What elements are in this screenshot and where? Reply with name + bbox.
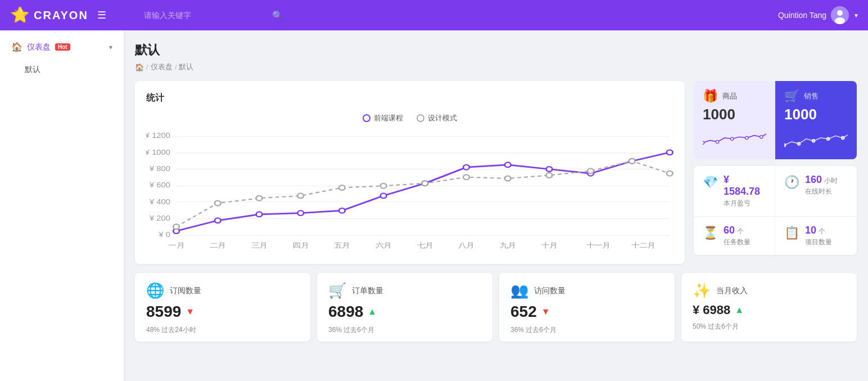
breadcrumb-sep-1: /: [146, 63, 148, 71]
svg-point-28: [505, 162, 511, 167]
bottom-card-title-visits: 访问数量: [534, 286, 566, 296]
svg-point-40: [463, 174, 469, 180]
visits-number: 652: [510, 303, 537, 321]
bottom-card-header-visits: 👥 访问数量: [510, 282, 663, 299]
user-area[interactable]: Quintion Tang ▼: [778, 6, 859, 24]
stat-amount-tasks: 60: [724, 225, 735, 236]
svg-point-27: [463, 165, 469, 170]
svg-text:¥ 1200: ¥ 1200: [146, 132, 170, 140]
svg-point-61: [745, 136, 748, 139]
page-title: 默认: [135, 42, 857, 59]
svg-text:八月: 八月: [458, 241, 474, 249]
legend-item-design: 设计模式: [417, 113, 457, 123]
content-area: 默认 🏠 / 仪表盘 / 默认 统计 前端课程 设计模式: [124, 30, 868, 381]
svg-point-35: [256, 196, 263, 201]
chart-svg: ¥ 1200 ¥ 1000 ¥ 800 ¥ 600 ¥ 400 ¥ 200 ¥ …: [146, 129, 673, 253]
bottom-card-value-subscriptions: 8599 ▼: [146, 303, 299, 321]
hot-badge: Hot: [55, 43, 70, 51]
svg-point-32: [667, 150, 673, 155]
svg-point-29: [546, 167, 553, 172]
sidebar-item-default[interactable]: 默认: [0, 59, 124, 80]
subscriptions-footer: 48% 过去24小时: [146, 325, 299, 335]
logo-icon: ⭐: [9, 5, 29, 25]
right-panel: 🎁 商品 1000: [694, 81, 857, 264]
stat-text-online: 160 小时 在线时长: [805, 174, 838, 196]
sidebar-expand-icon[interactable]: ▾: [109, 43, 112, 51]
sales-mini-chart: [784, 127, 848, 151]
svg-point-38: [381, 183, 387, 189]
svg-text:七月: 七月: [417, 241, 433, 249]
search-button[interactable]: 🔍: [272, 10, 283, 21]
svg-point-59: [716, 140, 718, 143]
home-icon: 🏠: [11, 42, 22, 52]
stat-value-row-online: 160 小时: [805, 174, 838, 186]
svg-point-58: [703, 141, 704, 144]
cart-icon: 🛒: [328, 282, 346, 299]
svg-point-64: [797, 142, 800, 145]
stat-item-online: 🕐 160 小时 在线时长: [775, 166, 857, 217]
svg-point-41: [505, 176, 511, 181]
search-input[interactable]: [144, 11, 268, 20]
bottom-row: 🌐 订阅数量 8599 ▼ 48% 过去24小时 🛒 订单数量 6898 ▲: [135, 273, 857, 342]
svg-text:九月: 九月: [500, 241, 516, 249]
stats-grid: 💎 ¥ 1584.78 本月盈亏 🕐 160: [694, 166, 857, 255]
sales-value: 1000: [784, 106, 848, 123]
bottom-card-title-revenue: 当月收入: [716, 286, 748, 296]
stat-value-row-profit: ¥ 1584.78: [724, 174, 766, 198]
stat-amount-projects: 10: [805, 225, 816, 236]
orders-number: 6898: [328, 303, 363, 321]
stat-label-projects: 项目数量: [805, 237, 832, 247]
breadcrumb-dashboard[interactable]: 仪表盘: [151, 62, 173, 72]
stat-amount-online: 160: [805, 174, 822, 186]
bottom-card-header-revenue: ✨ 当月收入: [693, 282, 846, 299]
svg-text:⭐: ⭐: [11, 6, 29, 24]
bottom-card-subscriptions: 🌐 订阅数量 8599 ▼ 48% 过去24小时: [135, 273, 310, 342]
globe-icon: 🌐: [146, 282, 164, 299]
svg-text:十一月: 十一月: [586, 241, 611, 249]
revenue-footer: 50% 过去6个月: [693, 322, 846, 331]
visits-trend-icon: ▼: [541, 307, 550, 317]
sparkle-icon: ✨: [693, 282, 711, 299]
stat-item-profit: 💎 ¥ 1584.78 本月盈亏: [694, 166, 775, 217]
product-label: 商品: [722, 91, 737, 101]
avatar: [831, 6, 849, 24]
svg-text:¥ 400: ¥ 400: [149, 198, 170, 205]
revenue-number: ¥ 6988: [693, 303, 730, 317]
sidebar-item-dashboard[interactable]: 🏠 仪表盘 Hot ▾: [0, 35, 124, 59]
stat-label-online: 在线时长: [805, 187, 838, 196]
breadcrumb: 🏠 / 仪表盘 / 默认: [135, 62, 857, 72]
diamond-icon: 💎: [703, 175, 718, 190]
stats-chart-card: 统计 前端课程 设计模式 ¥ 1200 ¥ 1000: [135, 81, 685, 264]
menu-toggle-button[interactable]: ☰: [97, 9, 106, 21]
svg-point-42: [546, 173, 553, 178]
sales-label: 销售: [804, 91, 819, 101]
svg-text:五月: 五月: [334, 241, 350, 249]
visits-footer: 36% 过去6个月: [510, 325, 663, 335]
chart-legend: 前端课程 设计模式: [146, 113, 673, 123]
svg-text:¥ 1000: ¥ 1000: [146, 149, 170, 156]
svg-text:一月: 一月: [168, 241, 184, 249]
product-value: 1000: [703, 106, 766, 123]
orders-trend-icon: ▲: [368, 307, 377, 317]
svg-text:三月: 三月: [251, 241, 267, 249]
product-card: 🎁 商品 1000: [694, 81, 775, 159]
svg-text:¥ 0: ¥ 0: [158, 231, 170, 239]
user-dropdown-arrow[interactable]: ▼: [853, 12, 859, 19]
product-mini-chart: [703, 127, 766, 151]
svg-text:¥ 600: ¥ 600: [149, 182, 170, 189]
stat-value-row-tasks: 60 个: [724, 225, 751, 236]
sales-card: 🛒 销售 1000: [775, 81, 857, 159]
svg-point-63: [784, 144, 786, 146]
clock-icon: 🕐: [784, 175, 799, 190]
legend-label-design: 设计模式: [428, 113, 457, 123]
metric-cards: 🎁 商品 1000: [694, 81, 857, 159]
svg-point-33: [173, 224, 179, 229]
breadcrumb-home[interactable]: 🏠: [135, 63, 144, 71]
bottom-card-header-orders: 🛒 订单数量: [328, 282, 481, 299]
svg-point-67: [842, 136, 844, 139]
bottom-card-title-orders: 订单数量: [352, 286, 383, 296]
search-area: 🔍: [133, 10, 778, 21]
stat-item-projects: 📋 10 个 项目数量: [775, 217, 857, 255]
hourglass-icon: ⏳: [703, 226, 718, 240]
bottom-card-value-visits: 652 ▼: [510, 303, 663, 321]
